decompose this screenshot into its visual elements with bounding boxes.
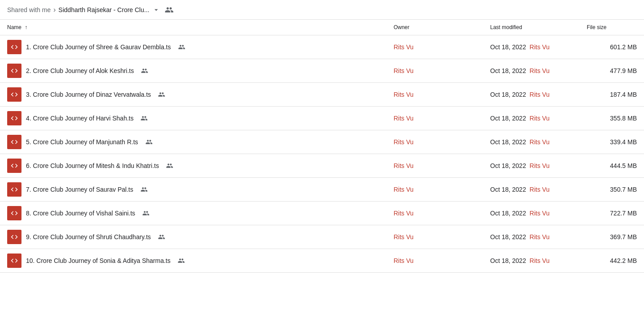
owner-cell[interactable]: Rits Vu xyxy=(386,178,483,202)
owner-link[interactable]: Rits Vu xyxy=(393,186,414,193)
modified-cell: Oct 18, 2022 Rits Vu xyxy=(483,35,580,59)
modified-by[interactable]: Rits Vu xyxy=(529,210,550,217)
owner-cell[interactable]: Rits Vu xyxy=(386,83,483,107)
owner-link[interactable]: Rits Vu xyxy=(393,210,414,217)
table-header-row: Name ↑ Owner Last modified File size xyxy=(0,20,644,35)
modified-cell: Oct 18, 2022 Rits Vu xyxy=(483,59,580,83)
breadcrumb-shared-link[interactable]: Shared with me xyxy=(7,6,51,13)
modified-by[interactable]: Rits Vu xyxy=(529,115,550,122)
modified-cell: Oct 18, 2022 Rits Vu xyxy=(483,83,580,107)
shared-icon xyxy=(178,43,185,51)
table-row[interactable]: 5. Crore Club Journey of Manjunath R.ts … xyxy=(0,130,644,154)
file-name-text[interactable]: 5. Crore Club Journey of Manjunath R.ts xyxy=(26,138,138,146)
column-header-name[interactable]: Name ↑ xyxy=(0,20,386,35)
owner-link[interactable]: Rits Vu xyxy=(393,43,414,51)
file-type-icon xyxy=(7,135,21,149)
modified-cell: Oct 18, 2022 Rits Vu xyxy=(483,202,580,225)
table-row[interactable]: 10. Crore Club Journey of Sonia & Aditya… xyxy=(0,249,644,273)
file-type-icon xyxy=(7,159,21,173)
file-name-cell: 7. Crore Club Journey of Saurav Pal.ts xyxy=(0,178,386,202)
file-name-cell: 10. Crore Club Journey of Sonia & Aditya… xyxy=(0,249,386,273)
owner-link[interactable]: Rits Vu xyxy=(393,138,414,146)
owner-cell[interactable]: Rits Vu xyxy=(386,202,483,225)
owner-cell[interactable]: Rits Vu xyxy=(386,59,483,83)
owner-cell[interactable]: Rits Vu xyxy=(386,130,483,154)
modified-by[interactable]: Rits Vu xyxy=(529,186,550,193)
modified-by[interactable]: Rits Vu xyxy=(529,257,550,264)
file-name-text[interactable]: 7. Crore Club Journey of Saurav Pal.ts xyxy=(26,186,133,193)
owner-cell[interactable]: Rits Vu xyxy=(386,154,483,178)
file-name-text[interactable]: 9. Crore Club Journey of Shruti Chaudhar… xyxy=(26,233,151,241)
file-name-cell: 9. Crore Club Journey of Shruti Chaudhar… xyxy=(0,225,386,249)
table-row[interactable]: 1. Crore Club Journey of Shree & Gaurav … xyxy=(0,35,644,59)
file-name-text[interactable]: 4. Crore Club Journey of Harvi Shah.ts xyxy=(26,115,133,122)
column-header-size[interactable]: File size xyxy=(580,20,644,35)
table-row[interactable]: 6. Crore Club Journey of Mitesh & Indu K… xyxy=(0,154,644,178)
table-row[interactable]: 8. Crore Club Journey of Vishal Saini.ts… xyxy=(0,202,644,225)
table-row[interactable]: 3. Crore Club Journey of Dinaz Vervatwal… xyxy=(0,83,644,107)
owner-link[interactable]: Rits Vu xyxy=(393,91,414,98)
file-type-icon xyxy=(7,254,21,268)
modified-by[interactable]: Rits Vu xyxy=(529,67,550,74)
modified-cell: Oct 18, 2022 Rits Vu xyxy=(483,249,580,273)
shared-icon xyxy=(158,91,165,98)
column-header-modified[interactable]: Last modified xyxy=(483,20,580,35)
size-cell: 722.7 MB xyxy=(580,202,644,225)
table-row[interactable]: 7. Crore Club Journey of Saurav Pal.ts R… xyxy=(0,178,644,202)
modified-cell: Oct 18, 2022 Rits Vu xyxy=(483,178,580,202)
owner-cell[interactable]: Rits Vu xyxy=(386,225,483,249)
file-name-cell: 8. Crore Club Journey of Vishal Saini.ts xyxy=(0,202,386,225)
breadcrumb-current-folder: Siddharth Rajsekar - Crore Clu... xyxy=(59,6,149,13)
file-type-icon xyxy=(7,182,21,197)
modified-by[interactable]: Rits Vu xyxy=(529,233,550,241)
owner-link[interactable]: Rits Vu xyxy=(393,257,414,264)
file-name-cell: 6. Crore Club Journey of Mitesh & Indu K… xyxy=(0,154,386,178)
modified-cell: Oct 18, 2022 Rits Vu xyxy=(483,225,580,249)
file-name-cell: 2. Crore Club Journey of Alok Keshri.ts xyxy=(0,59,386,83)
size-cell: 369.7 MB xyxy=(580,225,644,249)
shared-icon xyxy=(166,162,173,169)
shared-icon xyxy=(145,138,153,146)
owner-link[interactable]: Rits Vu xyxy=(393,115,414,122)
table-row[interactable]: 2. Crore Club Journey of Alok Keshri.ts … xyxy=(0,59,644,83)
size-cell: 442.2 MB xyxy=(580,249,644,273)
modified-by[interactable]: Rits Vu xyxy=(529,43,550,51)
owner-cell[interactable]: Rits Vu xyxy=(386,249,483,273)
owner-link[interactable]: Rits Vu xyxy=(393,233,414,241)
file-table: Name ↑ Owner Last modified File size 1. … xyxy=(0,20,644,273)
file-name-text[interactable]: 6. Crore Club Journey of Mitesh & Indu K… xyxy=(26,162,159,169)
owner-link[interactable]: Rits Vu xyxy=(393,67,414,74)
breadcrumb-separator: › xyxy=(53,6,55,14)
breadcrumb-people-icon[interactable] xyxy=(165,5,174,14)
modified-cell: Oct 18, 2022 Rits Vu xyxy=(483,130,580,154)
breadcrumb-dropdown-button[interactable] xyxy=(152,6,160,14)
sort-arrow-icon: ↑ xyxy=(25,24,27,30)
size-cell: 355.8 MB xyxy=(580,107,644,130)
table-row[interactable]: 4. Crore Club Journey of Harvi Shah.ts R… xyxy=(0,107,644,130)
shared-icon xyxy=(142,210,149,217)
file-name-text[interactable]: 10. Crore Club Journey of Sonia & Aditya… xyxy=(26,257,171,264)
file-type-icon xyxy=(7,40,21,54)
owner-link[interactable]: Rits Vu xyxy=(393,162,414,169)
owner-cell[interactable]: Rits Vu xyxy=(386,35,483,59)
size-cell: 444.5 MB xyxy=(580,154,644,178)
modified-by[interactable]: Rits Vu xyxy=(529,91,550,98)
shared-icon xyxy=(158,233,165,241)
file-name-text[interactable]: 3. Crore Club Journey of Dinaz Vervatwal… xyxy=(26,91,151,98)
size-cell: 339.4 MB xyxy=(580,130,644,154)
shared-icon xyxy=(141,67,148,74)
file-name-text[interactable]: 1. Crore Club Journey of Shree & Gaurav … xyxy=(26,43,171,51)
file-name-text[interactable]: 2. Crore Club Journey of Alok Keshri.ts xyxy=(26,67,134,74)
size-cell: 350.7 MB xyxy=(580,178,644,202)
modified-by[interactable]: Rits Vu xyxy=(529,162,550,169)
file-name-cell: 1. Crore Club Journey of Shree & Gaurav … xyxy=(0,35,386,59)
shared-icon xyxy=(141,115,148,122)
owner-cell[interactable]: Rits Vu xyxy=(386,107,483,130)
shared-icon xyxy=(141,186,148,193)
file-name-text[interactable]: 8. Crore Club Journey of Vishal Saini.ts xyxy=(26,210,135,217)
column-header-owner[interactable]: Owner xyxy=(386,20,483,35)
modified-by[interactable]: Rits Vu xyxy=(529,138,550,146)
file-name-cell: 5. Crore Club Journey of Manjunath R.ts xyxy=(0,130,386,154)
table-row[interactable]: 9. Crore Club Journey of Shruti Chaudhar… xyxy=(0,225,644,249)
file-type-icon xyxy=(7,206,21,220)
